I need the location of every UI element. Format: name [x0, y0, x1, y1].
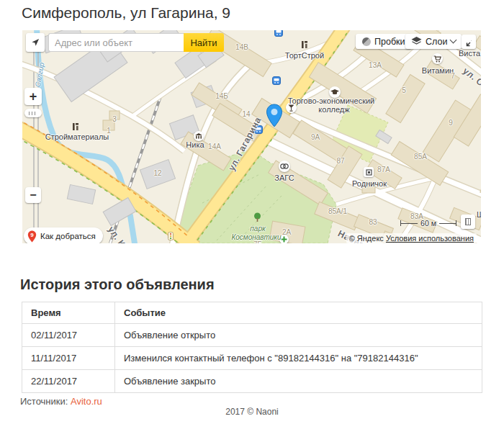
cell-time: 11/11/2017 — [22, 347, 115, 370]
page: Симферополь, ул Гагарина, 9 — [0, 0, 504, 424]
avito-link[interactable]: Avito.ru — [71, 396, 102, 407]
history-heading: История этого объявления — [20, 276, 215, 293]
scale-tick — [456, 220, 456, 226]
table-header-row: Время Событие — [22, 302, 482, 324]
search-input[interactable] — [48, 33, 184, 52]
directions-label: Как добраться — [40, 232, 96, 240]
table-row: 02/11/2017 Объявление открыто — [22, 324, 482, 347]
zoom-in-button[interactable]: + — [24, 88, 42, 105]
sources-label: Источники: — [20, 396, 68, 407]
ruler-icon — [465, 218, 471, 225]
zoom-out-button[interactable]: − — [25, 187, 41, 203]
tree-icon — [253, 212, 261, 222]
placemark-pin[interactable] — [266, 104, 283, 128]
map[interactable]: ул. Гагарина ул. Ки Набережн ул. Сем Сал… — [22, 30, 481, 243]
cell-time: 22/11/2017 — [22, 370, 115, 393]
bar-icon — [286, 102, 297, 113]
bus-stop-icon — [254, 125, 263, 134]
store-icon — [72, 122, 79, 131]
store-icon — [301, 40, 308, 49]
bus-stop-icon — [274, 30, 283, 37]
college-icon — [329, 86, 341, 98]
map-attribution: © Яндекс Условия использования — [346, 233, 477, 243]
ruler-button[interactable] — [461, 215, 475, 229]
wedding-rings-icon — [279, 161, 290, 172]
fullscreen-button[interactable] — [462, 35, 476, 49]
pharmacy-icon — [279, 235, 289, 243]
cell-event: Объявление открыто — [115, 324, 482, 347]
page-title: Симферополь, ул Гагарина, 9 — [22, 4, 230, 22]
measure-tool-button[interactable] — [24, 109, 42, 117]
expand-icon — [466, 37, 472, 47]
shopping-cart-icon — [432, 53, 443, 64]
traffic-icon — [362, 37, 371, 46]
directions-button[interactable]: 9 Как добраться — [24, 227, 103, 243]
sources-line: Источники: Avito.ru — [20, 396, 102, 407]
traffic-light-icon — [168, 232, 174, 240]
column-header-event: Событие — [115, 302, 482, 324]
map-canvas[interactable] — [22, 30, 481, 243]
ruler-ticks-icon — [29, 112, 37, 115]
red-pin-icon: 9 — [27, 230, 37, 243]
yandex-copyright-link[interactable]: © Яндекс — [349, 234, 384, 243]
column-header-time: Время — [22, 302, 115, 324]
layers-icon — [411, 37, 422, 46]
cell-event: Объявление закрыто — [115, 370, 482, 393]
terms-link[interactable]: Условия использования — [386, 234, 474, 243]
scale-line — [401, 223, 418, 224]
locate-button[interactable] — [26, 33, 45, 52]
scale-bar: 60 м — [400, 220, 456, 227]
scale-line — [439, 223, 456, 224]
traffic-label: Пробки — [374, 37, 405, 47]
bank-icon — [194, 131, 204, 141]
store-cube-icon — [364, 167, 374, 177]
table-row: 11/11/2017 Изменился контактный телефон … — [22, 347, 482, 370]
chevron-down-icon — [450, 37, 457, 44]
cell-event: Изменился контактный телефон с "89182144… — [115, 347, 482, 370]
find-button[interactable]: Найти — [184, 33, 224, 52]
cell-time: 02/11/2017 — [22, 324, 115, 347]
history-table: Время Событие 02/11/2017 Объявление откр… — [22, 302, 482, 393]
scale-value: 60 м — [418, 220, 439, 227]
site-copyright: 2017 © Naoni — [0, 407, 504, 417]
layers-label: Слои — [426, 37, 447, 47]
traffic-button[interactable]: Пробки — [356, 34, 412, 49]
navigation-arrow-icon — [30, 36, 40, 49]
layers-button[interactable]: Слои — [405, 34, 462, 49]
red-pin-number: 9 — [27, 232, 37, 238]
table-row: 22/11/2017 Объявление закрыто — [22, 370, 482, 393]
bus-stop-icon — [272, 76, 281, 85]
